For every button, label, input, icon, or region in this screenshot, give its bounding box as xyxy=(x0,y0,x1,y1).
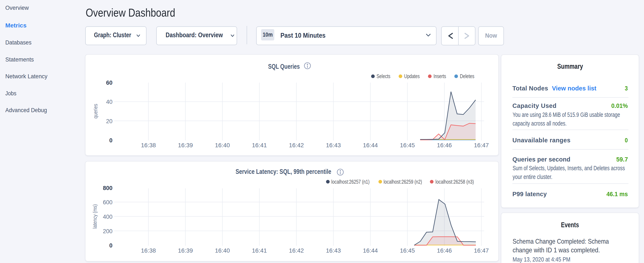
svg-text:400: 400 xyxy=(103,214,112,220)
svg-text:16:46: 16:46 xyxy=(437,247,452,254)
svg-text:0: 0 xyxy=(109,242,112,249)
svg-text:16:38: 16:38 xyxy=(141,142,156,149)
svg-text:localhost:26257 (n1): localhost:26257 (n1) xyxy=(331,179,370,185)
svg-text:40: 40 xyxy=(106,99,112,105)
svg-text:16:44: 16:44 xyxy=(363,247,378,254)
svg-text:16:41: 16:41 xyxy=(252,142,267,149)
svg-text:60: 60 xyxy=(106,80,112,86)
svg-text:queries: queries xyxy=(92,104,99,119)
svg-text:localhost:26258 (n3): localhost:26258 (n3) xyxy=(436,179,474,185)
svg-text:Updates: Updates xyxy=(404,73,420,79)
svg-text:16:40: 16:40 xyxy=(215,247,230,254)
svg-text:16:47: 16:47 xyxy=(474,142,489,149)
svg-text:0: 0 xyxy=(109,137,112,144)
svg-text:latency (ms): latency (ms) xyxy=(92,204,98,229)
svg-text:800: 800 xyxy=(103,185,112,191)
svg-text:Inserts: Inserts xyxy=(434,73,446,79)
svg-text:16:45: 16:45 xyxy=(400,247,415,254)
svg-text:16:42: 16:42 xyxy=(289,247,304,254)
svg-text:SQL Queries: SQL Queries xyxy=(268,63,300,70)
svg-text:16:44: 16:44 xyxy=(363,142,378,149)
svg-text:16:41: 16:41 xyxy=(252,247,267,254)
svg-text:16:39: 16:39 xyxy=(178,142,193,149)
svg-text:20: 20 xyxy=(106,118,112,124)
svg-text:16:43: 16:43 xyxy=(326,247,341,254)
svg-text:Selects: Selects xyxy=(376,73,390,79)
svg-text:16:45: 16:45 xyxy=(400,142,415,149)
svg-text:16:38: 16:38 xyxy=(141,247,156,254)
svg-text:16:42: 16:42 xyxy=(289,142,304,149)
svg-text:16:39: 16:39 xyxy=(178,247,193,254)
svg-text:16:46: 16:46 xyxy=(437,142,452,149)
svg-text:600: 600 xyxy=(103,199,112,205)
svg-text:16:47: 16:47 xyxy=(474,247,489,254)
svg-text:Deletes: Deletes xyxy=(460,73,474,79)
svg-text:16:40: 16:40 xyxy=(215,142,230,149)
svg-text:localhost:26259 (n2): localhost:26259 (n2) xyxy=(384,179,422,185)
svg-text:16:43: 16:43 xyxy=(326,142,341,149)
svg-text:200: 200 xyxy=(103,228,112,234)
svg-text:Service Latency: SQL, 99th per: Service Latency: SQL, 99th percentile xyxy=(236,168,331,175)
